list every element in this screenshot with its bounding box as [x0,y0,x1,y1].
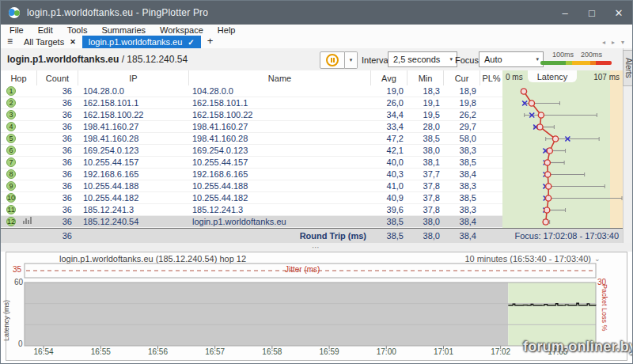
new-tab-button[interactable]: + [201,36,220,48]
name-cell: 192.168.6.165 [189,169,371,179]
hop-row-1[interactable]: 136104.28.0.0104.28.0.019,018,318,9 [1,85,502,97]
hop-row-2[interactable]: 236162.158.101.1162.158.101.126,019,119,… [1,97,502,109]
hop-number-badge: 2 [6,98,16,108]
hop-latency-chart[interactable] [502,85,623,228]
count-cell: 36 [37,134,78,143]
hop-table-body: 136104.28.0.0104.28.0.019,018,318,923616… [1,85,502,228]
hop-row-6[interactable]: 636169.254.0.123169.254.0.12342,138,038,… [1,145,502,157]
round-trip-row: 36 Round Trip (ms) 38,5 38,0 38,4 Focus:… [1,228,623,243]
column-header-avg[interactable]: Avg [371,70,407,85]
hop-row-10[interactable]: 103610.255.44.18210.255.44.18240,937,838… [1,192,502,204]
time-tick-1657: 16:57 [198,347,233,356]
min-cell: 37,8 [407,181,444,191]
count-cell: 36 [37,181,78,191]
name-cell: 169.254.0.123 [189,146,371,155]
maximize-button[interactable]: □ [578,1,605,25]
splitter-dots-icon: ⋯ [312,243,321,252]
tab-scroll-left-icon[interactable]: ◂ [599,39,608,46]
focus-value: Auto [484,55,502,64]
hop-row-9[interactable]: 93610.255.44.18810.255.44.18841,037,838,… [1,180,502,192]
column-header-pl[interactable]: PL% [480,70,502,85]
interval-select[interactable]: 2,5 seconds ▾ [388,51,457,67]
watermark: forum.onliner.by [523,339,631,355]
table-header: HopCountIPNameAvgMinCurPL% [1,70,502,86]
app-icon [9,7,20,18]
menu-item-help[interactable]: Help [210,25,243,36]
legend-100ms-label: 100ms [552,51,574,59]
count-cell: 36 [37,157,78,167]
hamburger-icon[interactable]: ≡ [1,36,17,48]
name-cell: 198.41.160.28 [189,134,371,143]
hop-number-badge: 11 [6,205,16,214]
hop-number-badge: 6 [6,146,16,155]
hop-number-badge: 8 [6,169,16,179]
column-header-hop[interactable]: Hop [1,70,37,85]
time-tick-1655: 16:55 [83,347,118,356]
hop-row-4[interactable]: 436198.41.160.27198.41.160.2733,428,029,… [1,121,502,133]
count-cell: 36 [37,86,78,96]
cur-cell: 19,8 [444,98,480,108]
latency-scale-max: 107 ms [583,73,620,82]
time-tick-1701: 17:01 [426,347,461,356]
min-cell: 37,7 [407,169,444,179]
count-cell: 36 [37,122,78,131]
min-cell: 38,1 [407,157,444,167]
count-cell: 36 [37,217,78,226]
hop-row-7[interactable]: 73610.255.44.15710.255.44.15740,038,138,… [1,157,502,169]
round-trip-cur: 38,4 [444,231,480,241]
count-cell: 36 [37,169,78,179]
pause-button[interactable] [320,51,345,69]
time-tick-1658: 16:58 [255,347,290,356]
avg-cell: 41,0 [371,181,407,191]
ip-cell: 185.12.241.3 [78,205,189,214]
min-cell: 37,8 [407,205,444,214]
cur-cell: 38,5 [444,157,480,167]
column-header-ip[interactable]: IP [78,70,189,85]
count-cell: 36 [37,193,78,203]
ip-cell: 185.12.240.54 [78,217,189,226]
cur-cell: 38,4 [444,169,480,179]
tab-active-target[interactable]: login.p1.worldoftanks.eu ✓ [82,36,201,48]
menu-item-edit[interactable]: Edit [31,25,60,36]
pause-dropdown-button[interactable]: ▾ [345,51,358,69]
min-cell: 37,8 [407,193,444,203]
name-cell: 198.41.160.27 [189,122,371,131]
name-cell: 10.255.44.157 [189,157,371,167]
hop-row-5[interactable]: 536198.41.160.28198.41.160.2847,238,558,… [1,133,502,145]
hop-number-badge: 4 [6,122,16,131]
tab-active-label: login.p1.worldoftanks.eu [89,37,183,47]
count-cell: 36 [37,205,78,214]
hop-row-8[interactable]: 836192.168.6.165192.168.6.16540,337,738,… [1,169,502,180]
hop-number-cell: 3 [1,110,37,119]
column-header-cur[interactable]: Cur [444,70,480,85]
hop-row-11[interactable]: 1136185.12.241.3185.12.241.339,637,838,3 [1,204,502,216]
tab-list-dropdown-icon[interactable]: ▾ [618,39,627,46]
column-header-name[interactable]: Name [189,70,371,85]
column-header-count[interactable]: Count [37,70,78,85]
alerts-tab[interactable]: Alerts [623,50,633,86]
close-button[interactable]: ✕ [605,1,632,25]
target-ip: 185.12.240.54 [127,54,188,65]
column-header-min[interactable]: Min [407,70,444,85]
tab-close-icon[interactable]: ✕ [70,38,76,46]
time-tick-1659: 16:59 [312,347,347,356]
cur-cell: 38,4 [444,217,480,226]
latency-scale-min: 0 ms [506,73,523,82]
cur-cell: 38,3 [444,205,480,214]
title-bar: login.p1.worldoftanks.eu - PingPlotter P… [1,1,632,25]
hop-number-cell: 5 [1,134,37,143]
minimize-button[interactable]: – [552,1,578,25]
tab-scroll-right-icon[interactable]: ▸ [608,39,618,46]
focus-select[interactable]: Auto ▾ [479,51,544,67]
hop-row-3[interactable]: 336162.158.100.22162.158.100.2234,419,52… [1,109,502,121]
menu-item-file[interactable]: File [2,25,31,36]
hop-number-cell: 2 [1,98,37,108]
tab-all-targets[interactable]: All Targets ✕ [17,36,82,48]
menu-item-workspace[interactable]: Workspace [153,25,210,36]
hop-row-12[interactable]: 1236185.12.240.54login.p1.worldoftanks.e… [1,216,502,228]
ip-cell: 162.158.101.1 [78,98,189,108]
latency-column-title: Latency [528,70,577,82]
pane-splitter[interactable]: ⋯ [1,243,632,252]
menu-item-tools[interactable]: Tools [60,25,95,36]
menu-item-summaries[interactable]: Summaries [94,25,153,36]
